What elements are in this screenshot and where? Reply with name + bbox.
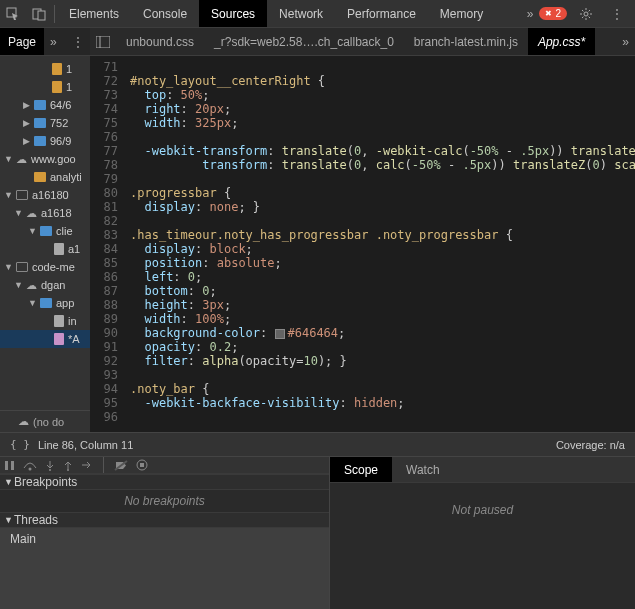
threads-title: Threads — [14, 513, 58, 527]
coverage-status: Coverage: n/a — [556, 439, 625, 451]
navigator-overflow-chevron[interactable]: » — [44, 35, 63, 49]
collapse-triangle-icon: ▼ — [4, 515, 14, 525]
code-content[interactable]: #noty_layout__centerRight { top: 50%; ri… — [124, 56, 635, 432]
device-toggle-icon[interactable] — [26, 7, 52, 21]
step-over-icon[interactable] — [23, 460, 37, 471]
tree-node[interactable]: ▼☁dgan — [0, 276, 90, 294]
file-tree[interactable]: 11▶64/6▶752▶96/9▼☁www.gooanalyti▼a16180▼… — [0, 56, 90, 410]
divider — [54, 5, 55, 23]
settings-gear-icon[interactable] — [573, 7, 599, 21]
deactivate-breakpoints-icon[interactable] — [114, 460, 128, 471]
file-tab[interactable]: branch-latest.min.js — [404, 28, 528, 55]
scope-tabs: ScopeWatch — [330, 457, 635, 483]
svg-rect-4 — [96, 36, 110, 48]
main-area: 11▶64/6▶752▶96/9▼☁www.gooanalyti▼a16180▼… — [0, 56, 635, 432]
tree-node[interactable]: ▶752 — [0, 114, 90, 132]
debugger-left: ▼ Breakpoints No breakpoints ▼ Threads M… — [0, 457, 330, 609]
svg-rect-13 — [140, 463, 144, 467]
navigator-header: Page » ⋮ — [0, 28, 90, 55]
debugger-right: ScopeWatch Not paused — [330, 457, 635, 609]
panel-tab-sources[interactable]: Sources — [199, 0, 267, 27]
code-editor[interactable]: 7172737475767778798081828384858687888990… — [90, 56, 635, 432]
tree-node[interactable]: analyti — [0, 168, 90, 186]
svg-rect-7 — [11, 461, 14, 470]
panel-tab-performance[interactable]: Performance — [335, 0, 428, 27]
tree-node[interactable]: 1 — [0, 78, 90, 96]
file-tabs: unbound.css_r?sdk=web2.58….ch_callback_0… — [90, 28, 635, 55]
scope-tab-watch[interactable]: Watch — [392, 457, 454, 482]
tree-node[interactable]: ▶64/6 — [0, 96, 90, 114]
panel-tab-elements[interactable]: Elements — [57, 0, 131, 27]
tree-node[interactable]: in — [0, 312, 90, 330]
svg-rect-6 — [5, 461, 8, 470]
tree-node[interactable]: ▼clie — [0, 222, 90, 240]
more-tabs-chevron[interactable]: » — [521, 7, 540, 21]
file-tab[interactable]: App.css* — [528, 28, 595, 55]
error-count-badge[interactable]: 2 — [539, 7, 567, 20]
breakpoints-header[interactable]: ▼ Breakpoints — [0, 474, 329, 490]
not-paused-msg: Not paused — [330, 483, 635, 537]
tree-footer-item[interactable]: ☁ (no do — [0, 410, 90, 432]
tree-footer-label: (no do — [33, 416, 64, 428]
scope-tab-scope[interactable]: Scope — [330, 457, 392, 482]
tree-node[interactable]: *A — [0, 330, 90, 348]
file-tab[interactable]: unbound.css — [116, 28, 204, 55]
file-tab[interactable]: _r?sdk=web2.58….ch_callback_0 — [204, 28, 404, 55]
panel-tab-console[interactable]: Console — [131, 0, 199, 27]
debugger-toolbar — [0, 457, 329, 474]
devtools-topbar: ElementsConsoleSourcesNetworkPerformance… — [0, 0, 635, 28]
file-tabs-overflow-chevron[interactable]: » — [616, 35, 635, 49]
svg-rect-2 — [38, 11, 45, 20]
navigator-sidebar: 11▶64/6▶752▶96/9▼☁www.gooanalyti▼a16180▼… — [0, 56, 90, 432]
pause-on-exceptions-icon[interactable] — [136, 459, 148, 471]
tree-node[interactable]: ▶96/9 — [0, 132, 90, 150]
svg-point-3 — [584, 12, 588, 16]
svg-point-8 — [29, 467, 32, 470]
threads-header[interactable]: ▼ Threads — [0, 512, 329, 528]
panel-tabs: ElementsConsoleSourcesNetworkPerformance… — [57, 0, 521, 27]
no-breakpoints-msg: No breakpoints — [0, 490, 329, 512]
tree-node[interactable]: a1 — [0, 240, 90, 258]
breakpoints-title: Breakpoints — [14, 475, 77, 489]
tree-node[interactable]: ▼a16180 — [0, 186, 90, 204]
cursor-position: Line 86, Column 11 — [38, 439, 133, 451]
navigator-kebab-icon[interactable]: ⋮ — [66, 35, 90, 49]
tree-node[interactable]: 1 — [0, 60, 90, 78]
kebab-menu-icon[interactable]: ⋮ — [605, 7, 629, 21]
line-gutter: 7172737475767778798081828384858687888990… — [90, 56, 124, 432]
step-out-icon[interactable] — [63, 460, 73, 471]
cloud-icon: ☁ — [18, 415, 29, 428]
sources-subheader: Page » ⋮ unbound.css_r?sdk=web2.58….ch_c… — [0, 28, 635, 56]
inspect-icon[interactable] — [0, 7, 26, 21]
tree-node[interactable]: ▼☁a1618 — [0, 204, 90, 222]
collapse-triangle-icon: ▼ — [4, 477, 14, 487]
debugger-panel: ▼ Breakpoints No breakpoints ▼ Threads M… — [0, 456, 635, 609]
svg-point-10 — [67, 469, 69, 471]
editor-statusbar: { } Line 86, Column 11 Coverage: n/a — [0, 432, 635, 456]
divider — [103, 457, 104, 473]
page-tab[interactable]: Page — [0, 28, 44, 55]
svg-point-9 — [49, 469, 51, 471]
show-navigator-icon[interactable] — [90, 36, 116, 48]
step-into-icon[interactable] — [45, 460, 55, 471]
panel-tab-memory[interactable]: Memory — [428, 0, 495, 27]
tree-node[interactable]: ▼code-me — [0, 258, 90, 276]
tree-node[interactable]: ▼☁www.goo — [0, 150, 90, 168]
pretty-print-icon[interactable]: { } — [10, 438, 30, 451]
step-icon[interactable] — [81, 460, 93, 471]
thread-item[interactable]: Main — [0, 528, 329, 609]
panel-tab-network[interactable]: Network — [267, 0, 335, 27]
tree-node[interactable]: ▼app — [0, 294, 90, 312]
pause-icon[interactable] — [4, 460, 15, 471]
